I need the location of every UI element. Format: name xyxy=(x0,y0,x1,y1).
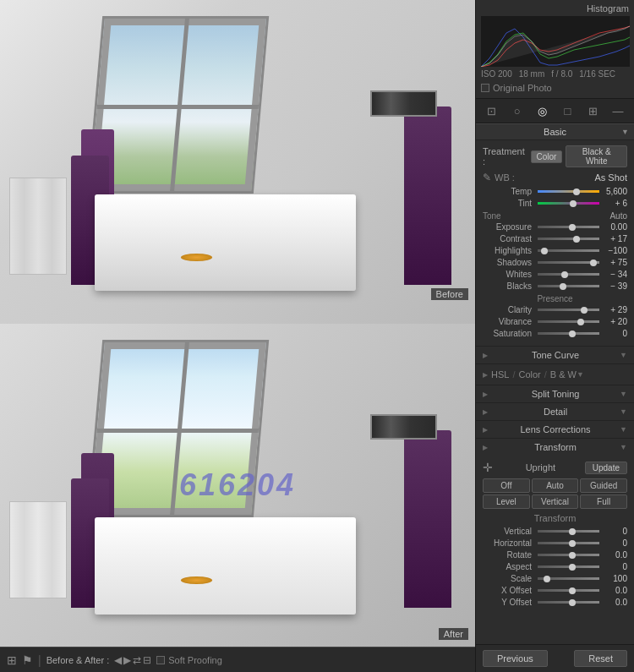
shadows-slider-track[interactable] xyxy=(538,261,599,264)
grid-icon[interactable]: ⊞ xyxy=(7,653,17,667)
transform-arrow: ▼ xyxy=(620,443,627,451)
bw-treatment-btn[interactable]: Black & White xyxy=(566,145,627,167)
vertical-slider-row: Vertical 0 xyxy=(483,527,627,536)
whites-slider-track[interactable] xyxy=(538,273,599,276)
detail-panel: ▶ Detail ▼ xyxy=(476,402,634,420)
shadows-slider-row: Shadows + 75 xyxy=(483,258,627,267)
detail-header[interactable]: ▶ Detail ▼ xyxy=(476,403,634,420)
contrast-slider-track[interactable] xyxy=(538,238,599,240)
whites-thumb[interactable] xyxy=(561,271,568,278)
vibrance-thumb[interactable] xyxy=(577,319,584,325)
treatment-label: Treatment : xyxy=(483,146,527,167)
upright-update-btn[interactable]: Update xyxy=(585,462,627,474)
upright-auto-btn[interactable]: Auto xyxy=(532,478,579,493)
tint-thumb[interactable] xyxy=(570,200,577,207)
basic-label: Basic xyxy=(544,127,566,137)
rotate-value: 0.0 xyxy=(602,550,627,560)
scale-thumb[interactable] xyxy=(544,576,550,582)
flag-icon[interactable]: ⚑ xyxy=(22,653,33,667)
upright-full-btn[interactable]: Full xyxy=(580,494,627,509)
tools-row: ⊡ ○ ◎ □ ⊞ — xyxy=(476,99,634,123)
basic-arrow: ▼ xyxy=(621,128,629,136)
tone-curve-title: Tone Curve xyxy=(491,350,620,360)
horizontal-thumb[interactable] xyxy=(569,540,576,547)
scale-slider[interactable] xyxy=(538,577,599,580)
range-mask-tool[interactable]: — xyxy=(609,103,626,118)
x-offset-slider[interactable] xyxy=(538,589,599,592)
wb-label: WB : xyxy=(495,172,515,183)
y-offset-slider[interactable] xyxy=(538,601,599,604)
blacks-value: − 39 xyxy=(602,281,627,291)
rotate-slider[interactable] xyxy=(538,554,599,556)
upright-vertical-btn[interactable]: Vertical xyxy=(532,494,579,509)
hsl-header[interactable]: ▶ HSL / Color / B & W ▼ xyxy=(476,364,634,385)
horizontal-slider-row: Horizontal 0 xyxy=(483,538,627,548)
upright-level-btn[interactable]: Level xyxy=(483,494,530,509)
previous-btn[interactable]: Previous xyxy=(483,650,548,667)
exposure-thumb[interactable] xyxy=(569,224,576,231)
swap-arrow[interactable]: ⇄ xyxy=(133,654,141,666)
y-offset-thumb[interactable] xyxy=(569,599,576,606)
upright-off-btn[interactable]: Off xyxy=(483,478,530,493)
spot-tool[interactable]: ○ xyxy=(509,103,526,118)
exposure-slider-track[interactable] xyxy=(538,226,599,228)
vertical-thumb[interactable] xyxy=(569,528,576,535)
saturation-slider-track[interactable] xyxy=(538,332,599,335)
horizontal-value: 0 xyxy=(602,538,627,548)
color-treatment-btn[interactable]: Color xyxy=(531,150,563,163)
upright-guided-btn[interactable]: Guided xyxy=(580,478,627,493)
lens-corrections-header[interactable]: ▶ Lens Corrections ▼ xyxy=(476,421,634,438)
soft-proof-checkbox[interactable] xyxy=(156,656,165,664)
tone-curve-header[interactable]: ▶ Tone Curve ▼ xyxy=(476,347,634,363)
panel-scroll[interactable]: Tone Curve Basic ▼ Treatment : Color Bla… xyxy=(476,123,634,644)
prev-arrow[interactable]: ◀ xyxy=(114,654,122,666)
basic-content: Treatment : Color Black & White ✎ WB : A… xyxy=(476,140,634,346)
detail-arrow: ▼ xyxy=(620,407,627,416)
transform-panel: ▶ Transform ▼ ✛ Upright Update Off Auto … xyxy=(476,438,634,615)
temp-thumb[interactable] xyxy=(573,188,580,195)
original-photo-checkbox[interactable] xyxy=(481,84,489,92)
gradient-tool[interactable]: □ xyxy=(559,103,576,118)
bottom-toolbar: ⊞ ⚑ | Before & After : ◀ ▶ ⇄ ⊟ Soft Proo… xyxy=(0,647,475,672)
crop-tool[interactable]: ⊡ xyxy=(484,103,500,118)
rotate-thumb[interactable] xyxy=(569,552,576,559)
next-arrow[interactable]: ▶ xyxy=(123,654,131,666)
eyedropper-icon[interactable]: ✎ xyxy=(483,172,491,183)
reset-btn[interactable]: Reset xyxy=(574,650,627,667)
aspect-thumb[interactable] xyxy=(569,564,576,571)
upright-buttons: Off Auto Guided Level Vertical Full xyxy=(483,478,627,509)
blacks-slider-track[interactable] xyxy=(538,285,599,287)
saturation-thumb[interactable] xyxy=(569,331,576,337)
brush-tool[interactable]: ⊞ xyxy=(584,103,601,118)
clarity-slider-row: Clarity + 29 xyxy=(483,305,627,314)
redeye-tool[interactable]: ◎ xyxy=(534,103,551,118)
histogram-title: Histogram xyxy=(481,3,629,14)
before-after-label: Before & After : xyxy=(46,655,110,665)
blacks-thumb[interactable] xyxy=(560,283,566,290)
x-offset-thumb[interactable] xyxy=(569,587,576,594)
layout-arrow[interactable]: ⊟ xyxy=(143,654,151,666)
split-toning-header[interactable]: ▶ Split Toning ▼ xyxy=(476,385,634,402)
shadows-thumb[interactable] xyxy=(590,260,597,266)
exposure-label: Exposure xyxy=(483,222,535,232)
clarity-slider-track[interactable] xyxy=(538,309,599,311)
contrast-thumb[interactable] xyxy=(573,236,580,243)
transform-header[interactable]: ▶ Transform ▼ xyxy=(476,439,634,456)
vertical-slider[interactable] xyxy=(538,530,599,533)
temp-slider-row: Temp 5,600 xyxy=(483,187,627,196)
tint-slider-track[interactable] xyxy=(538,202,599,205)
presence-subsection: Presence xyxy=(483,294,627,303)
upright-header: ✛ Upright Update xyxy=(483,461,627,474)
horizontal-label: Horizontal xyxy=(483,538,535,548)
tone-auto-btn[interactable]: Auto xyxy=(609,211,627,221)
hsl-sep1: / xyxy=(512,369,515,380)
aspect-slider[interactable] xyxy=(538,565,599,568)
highlights-slider-row: Highlights −100 xyxy=(483,246,627,255)
highlights-thumb[interactable] xyxy=(541,248,548,254)
basic-section-header[interactable]: Tone Curve Basic ▼ xyxy=(476,123,634,140)
clarity-thumb[interactable] xyxy=(581,307,588,314)
highlights-slider-track[interactable] xyxy=(538,249,599,252)
horizontal-slider[interactable] xyxy=(538,542,599,544)
vibrance-slider-track[interactable] xyxy=(538,320,599,323)
temp-slider-track[interactable] xyxy=(538,190,599,193)
